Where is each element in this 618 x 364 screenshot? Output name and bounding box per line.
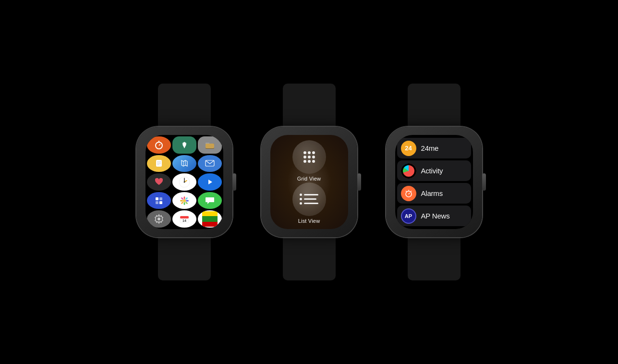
app-icon-activity bbox=[401, 163, 416, 179]
svg-point-16 bbox=[183, 181, 185, 182]
svg-rect-33 bbox=[180, 216, 189, 218]
app-name-24me: 24me bbox=[421, 144, 439, 152]
watch-body-3: 24 24me Activity Alarms bbox=[386, 127, 482, 237]
svg-rect-20 bbox=[156, 201, 158, 204]
list-view-label: List View bbox=[298, 218, 320, 224]
list-item-24me[interactable]: 24 24me bbox=[397, 138, 471, 158]
band-bottom-1 bbox=[158, 237, 211, 280]
svg-point-31 bbox=[158, 218, 160, 220]
list-item-alarms[interactable]: Alarms bbox=[397, 183, 471, 204]
app-icon-messages[interactable] bbox=[198, 192, 222, 209]
dot bbox=[308, 156, 311, 158]
dot bbox=[312, 151, 315, 154]
svg-point-23 bbox=[183, 196, 185, 199]
app-icon-maps[interactable] bbox=[172, 155, 196, 172]
svg-marker-17 bbox=[208, 180, 212, 184]
list-view-option[interactable]: List View bbox=[292, 182, 326, 224]
screen-2: Grid View bbox=[270, 135, 348, 229]
list-dot bbox=[300, 202, 302, 205]
screen-3: 24 24me Activity Alarms bbox=[395, 135, 473, 229]
app-grid: 14 bbox=[145, 135, 223, 229]
app-icon-settings[interactable] bbox=[147, 210, 171, 228]
grid-view-label: Grid View bbox=[297, 176, 321, 182]
app-icon-apnews: AP bbox=[401, 208, 416, 224]
list-row bbox=[300, 194, 318, 196]
app-icon-24me: 24 bbox=[401, 141, 416, 156]
app-icon-timer[interactable] bbox=[147, 136, 171, 154]
svg-rect-19 bbox=[159, 197, 162, 200]
app-icon-notes[interactable] bbox=[147, 155, 171, 172]
app-icon-tv[interactable] bbox=[198, 173, 222, 191]
svg-rect-5 bbox=[206, 144, 214, 148]
svg-point-26 bbox=[186, 200, 189, 201]
app-name-activity: Activity bbox=[421, 167, 443, 175]
digital-crown-1[interactable] bbox=[232, 173, 236, 191]
grid-dots-icon bbox=[303, 151, 315, 163]
svg-line-42 bbox=[411, 191, 412, 192]
list-item-apnews[interactable]: AP AP News bbox=[397, 206, 471, 226]
list-dot bbox=[300, 194, 302, 196]
digital-crown-3[interactable] bbox=[482, 173, 486, 191]
band-top-1 bbox=[158, 84, 211, 127]
screen-1: 14 bbox=[145, 135, 223, 229]
svg-point-29 bbox=[181, 201, 183, 204]
watch-body-2: Grid View bbox=[261, 127, 357, 237]
list-dot bbox=[300, 198, 302, 200]
app-icon-mail[interactable] bbox=[198, 155, 222, 172]
app-list-screen: 24 24me Activity Alarms bbox=[395, 135, 473, 229]
app-name-alarms: Alarms bbox=[421, 189, 443, 197]
grid-view-option[interactable]: Grid View bbox=[292, 140, 326, 182]
svg-line-2 bbox=[159, 144, 160, 146]
band-top-2 bbox=[283, 84, 336, 127]
watch-view-chooser: Grid View bbox=[261, 84, 357, 280]
svg-point-22 bbox=[183, 199, 186, 202]
list-row bbox=[300, 202, 318, 205]
dot bbox=[312, 160, 315, 163]
app-icon-photos[interactable] bbox=[172, 192, 196, 209]
grid-view-circle bbox=[292, 140, 326, 174]
list-line bbox=[304, 203, 318, 204]
band-top-3 bbox=[408, 84, 460, 127]
svg-rect-35 bbox=[202, 211, 218, 216]
list-line bbox=[304, 194, 318, 195]
digital-crown-2[interactable] bbox=[357, 173, 361, 191]
list-row bbox=[300, 198, 316, 200]
watch-app-list: 24 24me Activity Alarms bbox=[386, 84, 482, 280]
app-icon-clock[interactable] bbox=[172, 173, 196, 191]
svg-point-25 bbox=[180, 200, 183, 201]
app-icon-health[interactable] bbox=[147, 173, 171, 191]
svg-point-30 bbox=[185, 201, 188, 204]
app-icon-files[interactable] bbox=[198, 136, 222, 154]
list-item-activity[interactable]: Activity bbox=[397, 160, 471, 181]
list-line bbox=[304, 198, 316, 200]
dot bbox=[308, 151, 311, 154]
svg-line-40 bbox=[409, 193, 410, 194]
dot bbox=[303, 156, 306, 158]
svg-point-28 bbox=[185, 197, 188, 200]
watch-body-1: 14 bbox=[136, 127, 232, 237]
dot bbox=[312, 156, 315, 158]
app-icon-flags[interactable] bbox=[198, 210, 222, 228]
band-bottom-2 bbox=[283, 237, 336, 280]
app-name-apnews: AP News bbox=[421, 212, 450, 220]
watch-grid: 14 bbox=[136, 84, 232, 280]
svg-rect-21 bbox=[159, 201, 162, 204]
svg-rect-37 bbox=[202, 222, 218, 227]
list-lines-icon bbox=[300, 194, 318, 205]
dot bbox=[303, 160, 306, 163]
svg-point-27 bbox=[181, 197, 183, 200]
svg-rect-18 bbox=[156, 197, 158, 200]
dot bbox=[303, 151, 306, 154]
app-icon-calendar[interactable]: 14 bbox=[172, 210, 196, 228]
svg-rect-36 bbox=[202, 216, 218, 222]
view-chooser-screen: Grid View bbox=[270, 135, 348, 229]
app-icon-alarms bbox=[401, 186, 416, 201]
svg-line-41 bbox=[406, 191, 407, 192]
dot bbox=[308, 160, 311, 163]
app-icon-turnip[interactable] bbox=[172, 136, 196, 154]
svg-text:14: 14 bbox=[182, 219, 186, 222]
band-bottom-3 bbox=[408, 237, 460, 280]
app-icon-workflow[interactable] bbox=[147, 192, 171, 209]
list-view-circle bbox=[292, 182, 326, 216]
svg-point-24 bbox=[183, 202, 185, 205]
